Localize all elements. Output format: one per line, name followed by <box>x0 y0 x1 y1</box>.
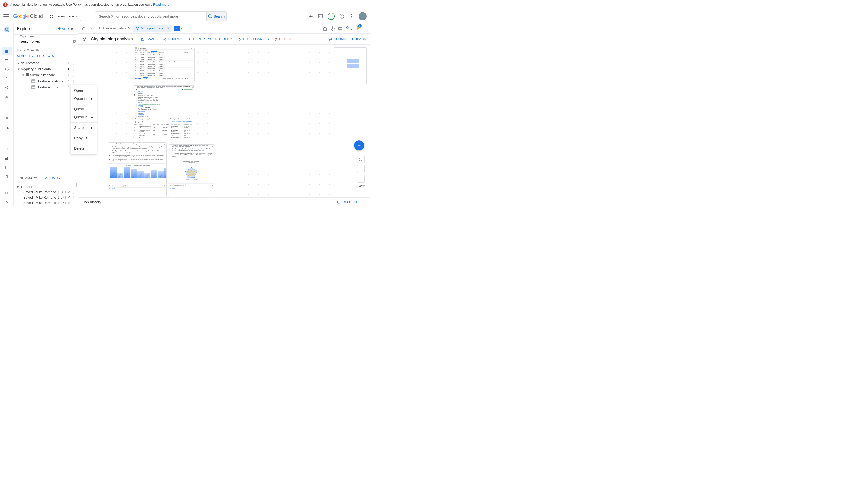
canvas-area[interactable]: street_trees SCHEMA DETAILS PREVIEW Rowt… <box>78 45 370 197</box>
last-page-icon[interactable]: ▸| <box>192 78 193 79</box>
search-help-icon[interactable]: ? <box>71 39 78 44</box>
rail-item-analytics[interactable] <box>2 75 12 83</box>
rail-item-sharing[interactable] <box>2 84 12 92</box>
expand-node-icon[interactable] <box>212 145 213 147</box>
rail-item-engine[interactable] <box>2 123 12 132</box>
more-actions-icon[interactable]: ⋮ <box>71 79 76 83</box>
activity-row[interactable]: Saved - Mike Romano1:08 PM⋮ <box>14 189 78 195</box>
menu-item-query[interactable]: Query <box>71 105 96 113</box>
menu-item-copy-id[interactable]: Copy ID <box>71 134 96 142</box>
activity-row[interactable]: Saved - Mike Romano1:07 PM⋮ <box>14 195 78 200</box>
rail-item-partner[interactable]: · <box>2 105 12 113</box>
expand-arrow-icon[interactable]: ▸ <box>16 61 21 65</box>
zoom-out-button[interactable]: − <box>357 175 365 182</box>
close-tab-icon[interactable]: ✕ <box>90 26 93 30</box>
tree-item-bikeshare_trips[interactable]: bikeshare_trips☆⋮ <box>14 84 78 90</box>
rail-item-studio[interactable] <box>2 47 12 55</box>
search-input[interactable] <box>95 14 207 18</box>
explore-data-button[interactable]: EXPLORE DATA <box>183 121 192 122</box>
scrollbar-thumb[interactable] <box>76 183 78 187</box>
node-bar-chart[interactable]: ✦ A bar chart of species an years, in a … <box>108 142 166 197</box>
menu-item-delete[interactable]: Delete <box>71 144 96 152</box>
rail-item-scheduled[interactable] <box>2 65 12 74</box>
warning-read-more-link[interactable]: Read more <box>153 3 169 6</box>
home-shortcut-icon[interactable] <box>323 26 327 31</box>
fit-screen-button[interactable] <box>357 155 365 163</box>
project-selector[interactable]: daui-storage ▾ <box>47 12 81 21</box>
star-icon[interactable]: ★ <box>66 67 71 71</box>
bigquery-logo-icon[interactable] <box>3 25 11 33</box>
star-icon[interactable]: ☆ <box>66 85 71 89</box>
clear-canvas-button[interactable]: CLEAR CANVAS <box>237 37 269 41</box>
menu-icon[interactable] <box>3 13 9 19</box>
submit-feedback-button[interactable]: SUBMIT FEEDBACK <box>328 37 366 41</box>
more-icon[interactable]: ⋮ <box>72 190 75 194</box>
star-icon[interactable]: ☆ <box>66 79 71 83</box>
export-notebook-button[interactable]: EXPORT AS NOTEBOOK <box>187 37 232 41</box>
next-page-icon[interactable]: ▸ <box>190 78 190 79</box>
share-button[interactable]: SHARE▾ <box>163 37 183 41</box>
rail-item-migration[interactable] <box>2 189 12 197</box>
expand-arrow-icon[interactable]: ▾ <box>21 73 25 77</box>
first-page-icon[interactable]: |◂ <box>185 78 186 79</box>
more-actions-icon[interactable]: ⋮ <box>71 67 76 71</box>
join-chip[interactable]: JOIN <box>143 77 148 79</box>
search-all-projects-link[interactable]: SEARCH ALL PROJECTS <box>14 53 78 60</box>
tree-item-bikeshare_stations[interactable]: bikeshare_stations☆⋮ <box>14 78 78 84</box>
delete-button[interactable]: DELETE <box>274 37 292 41</box>
tab-home[interactable]: ▾ ✕ <box>80 25 94 32</box>
rail-item-capacity[interactable] <box>2 145 12 153</box>
refresh-button[interactable]: REFRESH <box>337 200 358 204</box>
rail-item-transfers[interactable] <box>2 114 12 122</box>
node-table-preview[interactable]: street_trees SCHEMA DETAILS PREVIEW Rowt… <box>133 47 194 82</box>
edit-chart-button[interactable]: EDIT <box>172 187 175 189</box>
close-tab-icon[interactable]: ✕ <box>128 26 131 30</box>
collapse-recent-icon[interactable]: ▾ <box>17 185 19 189</box>
tab-activity[interactable]: ACTIVITY <box>41 173 65 183</box>
activity-row[interactable]: Saved - Mike Romano1:07 PM⋮ <box>14 200 78 205</box>
save-results-button[interactable]: SAVE RESULTS <box>172 121 182 122</box>
rail-item-pipelines[interactable] <box>2 56 12 64</box>
expand-arrow-icon[interactable]: ▾ <box>16 67 21 71</box>
search-button[interactable]: Search <box>207 12 226 21</box>
lightbulb-button[interactable]: 1 <box>355 26 360 31</box>
prev-page-icon[interactable]: ◂ <box>187 78 188 79</box>
notifications-badge[interactable]: 1 <box>328 13 335 20</box>
expand-node-icon[interactable] <box>191 48 193 49</box>
tab-summary[interactable]: SUMMARY <box>16 173 41 183</box>
expand-node-icon[interactable] <box>192 86 193 88</box>
collapse-explorer-icon[interactable] <box>71 27 75 31</box>
menu-item-query-in[interactable]: Query in▸ <box>71 113 96 121</box>
help-icon[interactable]: ? <box>339 14 344 19</box>
google-cloud-logo[interactable]: Google Cloud <box>13 13 43 19</box>
more-icon[interactable] <box>349 14 354 19</box>
more-actions-icon[interactable]: ⋮ <box>71 61 76 65</box>
query-chip[interactable]: QUERY <box>135 78 141 79</box>
add-button[interactable]: +ADD <box>58 26 69 31</box>
zoom-in-button[interactable]: + <box>357 165 365 173</box>
tab-tree-analysis[interactable]: Tree anal...ata ▾ ✕ <box>95 25 133 32</box>
info-icon[interactable] <box>331 26 335 31</box>
user-avatar[interactable] <box>359 12 367 20</box>
run-cell-icon[interactable] <box>135 89 136 90</box>
new-tab-dropdown-icon[interactable]: ▾ <box>180 27 183 30</box>
tree-item-austin_bikeshare[interactable]: ▾austin_bikeshare☆⋮ <box>14 72 78 78</box>
new-tab-button[interactable]: + <box>174 26 180 31</box>
rail-item-governance[interactable] <box>2 164 12 172</box>
rail-expand-icon[interactable] <box>2 198 12 206</box>
more-icon[interactable]: ⋮ <box>72 201 75 205</box>
node-sql-cell[interactable]: ✦ Show the top 10 species by count. Incl… <box>133 85 195 138</box>
clear-search-icon[interactable]: ✕ <box>66 40 71 44</box>
expand-node-icon[interactable] <box>163 143 165 145</box>
tree-item-bigquery-public-data[interactable]: ▾bigquery-public-data★⋮ <box>14 66 78 72</box>
tab-city-planning[interactable]: *City plan... sis ▾ ✕ <box>133 25 172 32</box>
explorer-search-input[interactable] <box>20 39 66 44</box>
tree-item-daui-storage[interactable]: ▸daui-storage☆⋮ <box>14 60 78 66</box>
close-tab-icon[interactable]: ✕ <box>167 26 170 30</box>
star-icon[interactable]: ☆ <box>66 61 71 65</box>
menu-item-open[interactable]: Open <box>71 86 96 94</box>
menu-item-share[interactable]: Share▸ <box>71 123 96 132</box>
more-icon[interactable]: ⋮ <box>72 196 75 199</box>
expand-job-history-icon[interactable]: ⌃ <box>362 200 365 204</box>
menu-item-open-in[interactable]: Open in▸ <box>71 94 96 103</box>
